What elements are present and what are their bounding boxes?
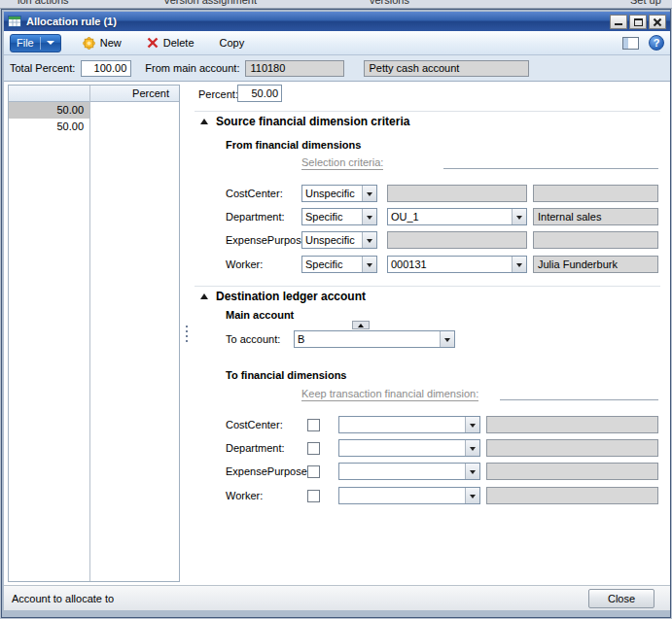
detail-panel: Percent: 50.00 Source financial dimensio…	[191, 82, 668, 585]
collapse-triangle-icon	[200, 119, 208, 124]
splitter-dot	[186, 335, 188, 337]
grid-column-header-percent[interactable]: Percent	[9, 86, 179, 102]
background-text: Version assignment	[163, 0, 257, 6]
chevron-down-icon	[367, 239, 372, 246]
dimension-label: Department:	[226, 442, 285, 454]
dropdown-arrow-button[interactable]	[512, 257, 526, 272]
dropdown-arrow-button[interactable]	[362, 232, 376, 248]
background-text: versions	[370, 0, 409, 6]
total-percent-label: Total Percent:	[10, 62, 75, 74]
to-financial-dimensions-heading: To financial dimensions	[226, 369, 346, 381]
splitter-dot	[186, 340, 188, 342]
mode-value: Specific	[302, 257, 362, 272]
keep-transaction-link[interactable]: Keep transaction financial dimension:	[301, 388, 478, 401]
dropdown-arrow-button[interactable]	[465, 417, 479, 432]
dimension-select[interactable]	[338, 487, 480, 504]
delete-button-label: Delete	[163, 37, 195, 49]
header-bar: Total Percent: 100.00 From main account:…	[4, 55, 670, 82]
from-main-account-field: 110180	[245, 60, 344, 77]
file-menu-button[interactable]: File	[10, 34, 61, 52]
dropdown-arrow-button[interactable]	[362, 186, 376, 201]
value-select[interactable]: OU_1	[387, 208, 527, 225]
selection-criteria-link[interactable]: Selection criteria:	[301, 156, 383, 170]
mode-select[interactable]: Unspecific	[301, 231, 377, 249]
grid-row[interactable]: 50.00	[9, 119, 179, 135]
status-bar: Account to allocate to Close	[4, 585, 670, 610]
layout-button[interactable]	[622, 37, 639, 50]
percent-field[interactable]: 50.00	[237, 85, 282, 102]
source-dimension-row: CostCenter: Unspecific	[191, 185, 668, 202]
total-percent-field[interactable]: 100.00	[81, 60, 131, 77]
description-field	[486, 439, 658, 457]
close-window-button[interactable]	[649, 15, 666, 29]
title-bar[interactable]: Allocation rule (1)	[4, 12, 670, 31]
to-account-select[interactable]: B	[294, 330, 455, 348]
help-button[interactable]: ?	[649, 35, 664, 51]
main-account-name-field: Petty cash account	[364, 60, 529, 77]
source-dimension-row: Department: Specific OU_1 Internal sales	[191, 208, 668, 225]
copy-button[interactable]: Copy	[216, 33, 249, 52]
background-text: ion actions	[18, 0, 69, 6]
maximize-icon	[634, 18, 643, 26]
dropdown-arrow-button[interactable]	[440, 331, 454, 347]
value-text: OU_1	[388, 209, 512, 224]
chevron-down-icon	[444, 338, 450, 345]
dimension-select[interactable]	[338, 463, 480, 480]
screen: ion actions Version assignment versions …	[0, 0, 672, 619]
dimension-label: Department:	[226, 211, 285, 223]
minimize-button[interactable]	[610, 15, 627, 29]
maximize-button[interactable]	[629, 15, 647, 29]
dropdown-arrow-button[interactable]	[465, 464, 479, 479]
dimension-checkbox[interactable]	[307, 419, 320, 431]
mode-select[interactable]: Specific	[301, 256, 377, 273]
dropdown-arrow-button[interactable]	[362, 257, 376, 272]
dimension-select[interactable]	[338, 439, 480, 457]
new-button[interactable]: New	[79, 33, 125, 52]
section-separator	[195, 286, 660, 287]
delete-icon	[147, 37, 159, 49]
splitter-dot	[186, 330, 188, 332]
mode-value: Unspecific	[302, 232, 362, 248]
selection-criteria-line	[443, 154, 658, 169]
value-field-disabled	[387, 185, 527, 202]
percent-grid: Percent 50.00 50.00	[8, 85, 180, 582]
chevron-down-icon	[516, 216, 522, 223]
mode-value: Unspecific	[302, 186, 362, 201]
collapse-triangle-icon	[200, 293, 208, 299]
percent-label: Percent:	[198, 88, 238, 100]
dropdown-arrow-button[interactable]	[465, 440, 479, 456]
divider	[40, 37, 41, 50]
mode-select[interactable]: Unspecific	[301, 185, 377, 202]
dropdown-arrow-button[interactable]	[465, 488, 479, 503]
chevron-down-icon	[470, 470, 476, 477]
dimension-checkbox[interactable]	[307, 442, 320, 455]
description-field: Internal sales	[533, 208, 658, 225]
chevron-down-icon	[367, 263, 372, 270]
combo-scroll-up-button[interactable]	[352, 321, 370, 329]
source-dimension-row: ExpensePurpose: Unspecific	[191, 231, 668, 249]
layout-icon	[623, 38, 628, 49]
grid-row[interactable]: 50.00	[9, 102, 179, 119]
dimension-label: ExpensePurpose:	[226, 465, 310, 477]
close-button[interactable]: Close	[588, 589, 654, 608]
chevron-down-icon	[470, 495, 476, 501]
dimension-checkbox[interactable]	[307, 465, 320, 478]
chevron-down-icon	[470, 447, 476, 454]
dimension-label: Worker:	[226, 258, 263, 270]
section-source-criteria[interactable]: Source financial dimension criteria	[200, 115, 409, 128]
delete-button[interactable]: Delete	[143, 33, 198, 52]
section-destination-ledger[interactable]: Destination ledger account	[200, 290, 366, 303]
dimension-select[interactable]	[338, 416, 480, 433]
splitter-handle[interactable]	[183, 82, 190, 585]
new-button-label: New	[100, 37, 122, 49]
dropdown-arrow-button[interactable]	[362, 209, 376, 224]
value-select[interactable]: 000131	[387, 256, 527, 273]
dimension-checkbox[interactable]	[307, 490, 320, 502]
keep-transaction-line	[500, 385, 658, 400]
dimension-label: ExpensePurpose:	[226, 234, 310, 246]
mode-value: Specific	[302, 209, 362, 224]
dropdown-arrow-button[interactable]	[512, 209, 526, 224]
window-title: Allocation rule (1)	[26, 16, 117, 27]
chevron-down-icon	[367, 216, 372, 223]
mode-select[interactable]: Specific	[301, 208, 377, 225]
